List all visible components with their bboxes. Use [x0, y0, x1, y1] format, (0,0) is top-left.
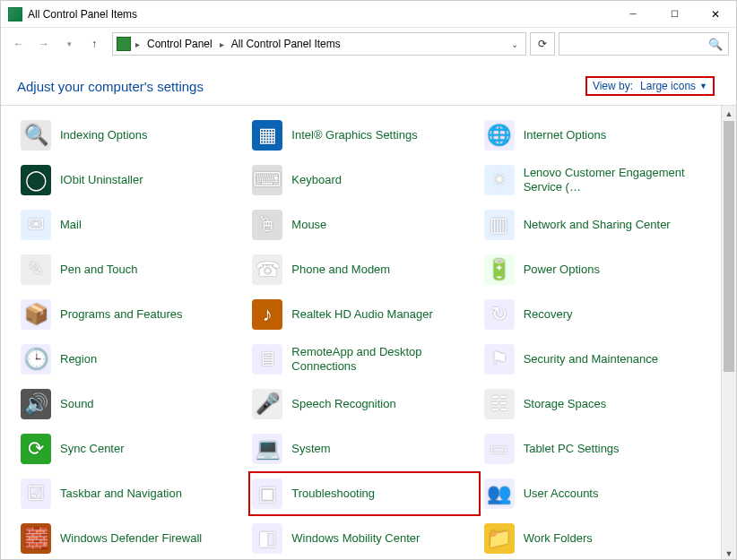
cp-item-sound[interactable]: 🔊Sound	[17, 382, 248, 426]
cp-item-icon: ▦	[252, 120, 282, 151]
cp-item-recovery[interactable]: ↻Recovery	[481, 292, 712, 337]
cp-item-icon: ▭	[484, 434, 515, 464]
cp-item-phone-and-modem[interactable]: ☎Phone and Modem	[248, 247, 480, 292]
cp-item-label: Recovery	[524, 307, 573, 322]
search-box[interactable]: 🔍	[559, 32, 729, 56]
cp-item-icon: 📦	[21, 299, 51, 330]
view-by-value-text: Large icons	[640, 80, 696, 92]
cp-item-icon: 🌐	[484, 120, 515, 151]
maximize-button[interactable]: ☐	[654, 1, 695, 28]
cp-item-label: Realtek HD Audio Manager	[291, 307, 433, 322]
cp-item-icon: 🖱	[252, 210, 282, 240]
view-by-control[interactable]: View by: Large icons ▼	[585, 76, 715, 96]
cp-item-label: Sound	[60, 397, 94, 411]
address-dropdown-icon[interactable]: ⌄	[507, 39, 522, 49]
cp-item-label: Programs and Features	[60, 307, 183, 322]
cp-item-mouse[interactable]: 🖱Mouse	[248, 202, 480, 247]
vertical-scrollbar[interactable]: ▲ ▼	[721, 106, 736, 560]
close-button[interactable]: ✕	[695, 1, 736, 28]
cp-item-storage-spaces[interactable]: ☷Storage Spaces	[481, 382, 712, 426]
breadcrumb-root[interactable]: Control Panel	[144, 38, 215, 50]
cp-item-label: Network and Sharing Center	[524, 218, 671, 232]
cp-item-troubleshooting[interactable]: ▣Troubleshooting	[248, 471, 480, 516]
cp-item-label: Windows Mobility Center	[291, 531, 420, 546]
cp-item-label: Indexing Options	[60, 128, 148, 142]
cp-item-label: Work Folders	[524, 531, 593, 546]
cp-item-label: Sync Center	[60, 442, 125, 456]
cp-item-icon: ⟳	[21, 434, 51, 464]
cp-item-network-and-sharing-center[interactable]: ▥Network and Sharing Center	[481, 202, 712, 247]
cp-item-label: Troubleshooting	[291, 487, 375, 501]
cp-item-label: Intel® Graphics Settings	[291, 128, 417, 142]
cp-item-internet-options[interactable]: 🌐Internet Options	[481, 113, 712, 158]
cp-item-icon: ⌨	[252, 165, 282, 195]
chevron-right-icon[interactable]: ▸	[134, 39, 141, 49]
cp-item-label: Security and Maintenance	[524, 352, 658, 366]
cp-item-power-options[interactable]: 🔋Power Options	[481, 247, 712, 292]
cp-item-icon: 📁	[484, 523, 515, 554]
cp-item-region[interactable]: 🕒Region	[17, 337, 248, 382]
cp-item-tablet-pc-settings[interactable]: ▭Tablet PC Settings	[481, 426, 712, 471]
cp-item-icon: ↻	[484, 299, 515, 330]
cp-item-user-accounts[interactable]: 👥User Accounts	[481, 471, 712, 516]
cp-item-mail[interactable]: ✉Mail	[17, 202, 248, 247]
cp-item-windows-defender-firewall[interactable]: 🧱Windows Defender Firewall	[17, 516, 248, 560]
cp-item-windows-mobility-center[interactable]: ◧Windows Mobility Center	[248, 516, 480, 560]
cp-item-indexing-options[interactable]: 🔍Indexing Options	[17, 113, 248, 158]
chevron-right-icon[interactable]: ▸	[219, 39, 225, 49]
cp-item-icon: 🎤	[252, 389, 282, 419]
cp-item-label: Speech Recognition	[291, 397, 395, 411]
view-by-value[interactable]: Large icons ▼	[640, 80, 707, 92]
cp-item-iobit-uninstaller[interactable]: ◯IObit Uninstaller	[17, 158, 248, 202]
minimize-button[interactable]: ─	[612, 1, 654, 28]
control-panel-icon	[117, 37, 131, 51]
cp-item-icon: 🔍	[21, 120, 51, 151]
cp-item-intel-graphics-settings[interactable]: ▦Intel® Graphics Settings	[248, 113, 480, 158]
breadcrumb-current[interactable]: All Control Panel Items	[229, 38, 343, 50]
cp-item-remoteapp-and-desktop-connections[interactable]: 🖥RemoteApp and Desktop Connections	[248, 337, 480, 382]
cp-item-label: RemoteApp and Desktop Connections	[291, 345, 453, 373]
cp-item-keyboard[interactable]: ⌨Keyboard	[248, 158, 480, 202]
cp-item-icon: ✴	[484, 165, 515, 195]
scroll-up-button[interactable]: ▲	[722, 106, 736, 121]
scroll-down-button[interactable]: ▼	[722, 546, 736, 560]
cp-item-label: Region	[60, 352, 97, 366]
search-input[interactable]	[565, 37, 708, 51]
address-bar[interactable]: ▸ Control Panel ▸ All Control Panel Item…	[112, 32, 526, 56]
cp-item-label: Taskbar and Navigation	[60, 487, 182, 501]
cp-item-security-and-maintenance[interactable]: ⚑Security and Maintenance	[481, 337, 712, 382]
cp-item-label: Mouse	[291, 218, 326, 232]
cp-item-icon: 🖥	[252, 344, 282, 375]
cp-item-label: Phone and Modem	[291, 263, 390, 277]
refresh-button[interactable]: ⟳	[530, 32, 555, 56]
up-button[interactable]: ↑	[83, 33, 105, 55]
back-button[interactable]: ←	[8, 33, 30, 55]
cp-item-icon: ✎	[21, 254, 51, 285]
cp-item-icon: 💻	[252, 434, 282, 464]
recent-dropdown[interactable]: ▾	[58, 33, 80, 55]
cp-item-taskbar-and-navigation[interactable]: ☑Taskbar and Navigation	[17, 471, 248, 516]
content-area: 🔍Indexing Options▦Intel® Graphics Settin…	[1, 105, 736, 560]
cp-item-label: User Accounts	[524, 487, 599, 501]
cp-item-programs-and-features[interactable]: 📦Programs and Features	[17, 292, 248, 337]
cp-item-sync-center[interactable]: ⟳Sync Center	[17, 426, 248, 471]
cp-item-label: IObit Uninstaller	[60, 173, 143, 187]
cp-item-icon: ▣	[252, 478, 282, 509]
cp-item-system[interactable]: 💻System	[248, 426, 480, 471]
subheader: Adjust your computer's settings View by:…	[1, 60, 736, 105]
cp-item-icon: ✉	[21, 210, 51, 240]
scroll-thumb[interactable]	[724, 121, 734, 372]
cp-item-icon: ▥	[484, 210, 515, 240]
cp-item-icon: ☎	[252, 254, 282, 285]
cp-item-icon: ☑	[21, 478, 51, 509]
cp-item-realtek-hd-audio-manager[interactable]: ♪Realtek HD Audio Manager	[248, 292, 480, 337]
search-icon[interactable]: 🔍	[708, 38, 723, 51]
forward-button[interactable]: →	[33, 33, 55, 55]
window-title: All Control Panel Items	[28, 8, 137, 21]
cp-item-work-folders[interactable]: 📁Work Folders	[481, 516, 712, 560]
cp-item-lenovo-customer-engagement-service[interactable]: ✴Lenovo Customer Engagement Service (…	[481, 158, 712, 202]
cp-item-speech-recognition[interactable]: 🎤Speech Recognition	[248, 382, 480, 426]
cp-item-pen-and-touch[interactable]: ✎Pen and Touch	[17, 247, 248, 292]
page-title: Adjust your computer's settings	[17, 79, 204, 94]
cp-item-label: Tablet PC Settings	[524, 442, 620, 456]
